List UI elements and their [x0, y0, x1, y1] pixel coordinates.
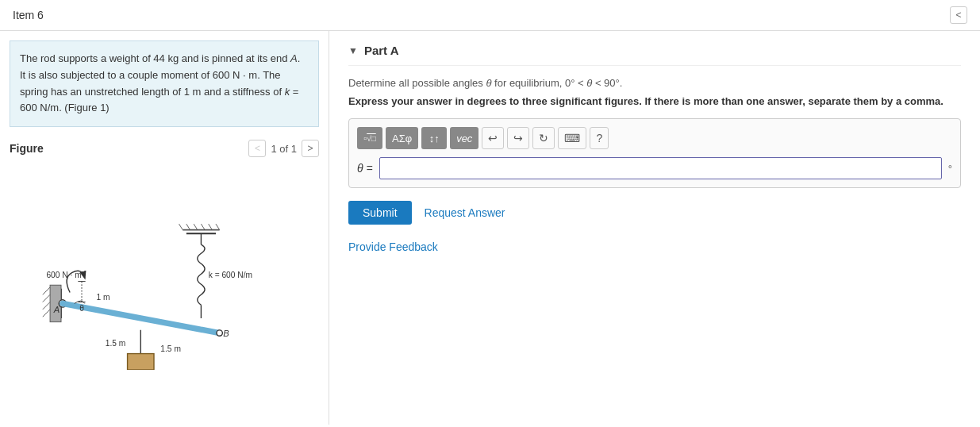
alpha-button[interactable]: ΑΣφ: [386, 127, 418, 149]
svg-line-19: [201, 224, 205, 229]
undo-button[interactable]: ↩: [482, 127, 504, 149]
svg-line-17: [186, 224, 190, 229]
matrix-button[interactable]: ▫√□: [357, 127, 382, 149]
keyboard-button[interactable]: ⌨: [558, 127, 586, 149]
vec-button[interactable]: vec: [450, 127, 478, 149]
left-panel: The rod supports a weight of 44 kg and i…: [0, 31, 329, 425]
svg-point-25: [217, 330, 222, 336]
svg-line-20: [209, 224, 213, 229]
svg-text:600 N · m: 600 N · m: [46, 271, 81, 279]
svg-line-4: [43, 302, 50, 310]
svg-text:k = 600 N/m: k = 600 N/m: [209, 271, 252, 279]
svg-text:B: B: [223, 329, 229, 338]
figure-canvas: A θ 1.5 m 1.5 m: [10, 163, 319, 370]
svg-text:1.5 m: 1.5 m: [106, 339, 126, 348]
main-layout: The rod supports a weight of 44 kg and i…: [0, 31, 980, 425]
page-header: Item 6 <: [0, 0, 980, 31]
figure-label: Figure: [10, 142, 44, 155]
svg-text:1.5 m: 1.5 m: [160, 344, 181, 353]
next-figure-button[interactable]: >: [302, 140, 319, 157]
part-header: ▼ Part A: [348, 44, 961, 66]
svg-line-18: [194, 224, 198, 229]
question-text: Determine all possible angles θ for equi…: [348, 77, 961, 89]
problem-text: The rod supports a weight of 44 kg and i…: [10, 40, 319, 127]
theta-label: θ =: [357, 162, 373, 175]
toolbar: ▫√□ ΑΣφ ↕↑ vec ↩ ↪ ↻ ⌨ ?: [357, 127, 952, 149]
arrows-button[interactable]: ↕↑: [421, 127, 447, 149]
prev-figure-button[interactable]: <: [248, 140, 266, 157]
degree-unit: °: [948, 163, 952, 175]
refresh-button[interactable]: ↻: [532, 127, 555, 149]
svg-line-21: [216, 224, 220, 229]
redo-button[interactable]: ↪: [507, 127, 529, 149]
figure-header: Figure < 1 of 1 >: [10, 140, 319, 157]
figure-diagram: A θ 1.5 m 1.5 m: [10, 163, 319, 370]
svg-text:1 m: 1 m: [97, 293, 110, 302]
figure-section: Figure < 1 of 1 >: [10, 140, 319, 415]
svg-rect-24: [128, 354, 154, 370]
svg-text:A: A: [53, 305, 60, 314]
action-row: Submit Request Answer: [348, 201, 961, 225]
part-title: Part A: [364, 44, 399, 57]
svg-line-5: [43, 310, 50, 317]
page-title: Item 6: [13, 9, 44, 21]
right-panel: ▼ Part A Determine all possible angles θ…: [329, 31, 980, 425]
request-answer-link[interactable]: Request Answer: [425, 206, 505, 219]
svg-text:θ: θ: [79, 304, 84, 313]
svg-line-2: [43, 287, 50, 294]
back-button[interactable]: <: [950, 6, 967, 24]
answer-input[interactable]: [379, 157, 942, 179]
svg-line-16: [179, 224, 183, 229]
submit-button[interactable]: Submit: [348, 201, 412, 225]
collapse-arrow[interactable]: ▼: [348, 45, 358, 56]
help-button[interactable]: ?: [590, 127, 609, 149]
provide-feedback-link[interactable]: Provide Feedback: [348, 240, 438, 253]
figure-nav: < 1 of 1 >: [248, 140, 319, 157]
svg-line-3: [43, 294, 50, 302]
input-row: θ = °: [357, 157, 952, 179]
figure-page-indicator: 1 of 1: [271, 143, 297, 155]
answer-box: ▫√□ ΑΣφ ↕↑ vec ↩ ↪ ↻ ⌨ ? θ = °: [348, 118, 961, 188]
instruction-text: Express your answer in degrees to three …: [348, 95, 961, 107]
svg-line-8: [63, 304, 220, 333]
